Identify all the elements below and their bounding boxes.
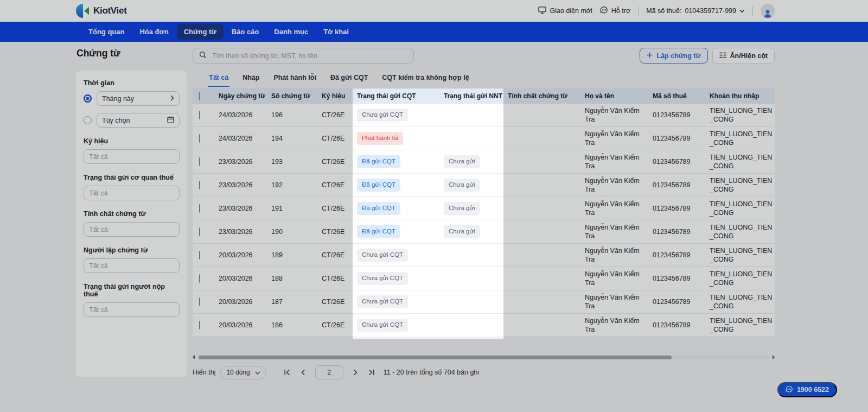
income-cell: TIEN_LUONG_TIEN_CONG	[705, 130, 775, 148]
pagination: Hiển thị 10 dòng 2 11 - 20 trên tổng số …	[193, 365, 775, 379]
create-document-label: Lập chứng từ	[656, 52, 700, 60]
scrollbar-thumb[interactable]	[199, 356, 672, 359]
horizontal-scrollbar[interactable]	[193, 354, 775, 360]
first-page-button[interactable]	[280, 366, 293, 379]
tax-cell: 0123456789	[648, 181, 705, 190]
radio-thang-nay[interactable]	[84, 94, 92, 103]
table-row[interactable]: 20/03/2026188CT/26EChưa gửi CQTNguyễn Vă…	[193, 267, 775, 290]
select-all-checkbox[interactable]	[199, 92, 200, 100]
row-checkbox[interactable]	[199, 111, 200, 119]
filter-label-nguoi-lap-chung-tu: Người lập chứng từ	[84, 246, 180, 254]
nav-item-chung-tu[interactable]: Chứng từ	[177, 24, 224, 40]
income-cell: TIEN_LUONG_TIEN_CONG	[705, 200, 775, 218]
nav-item-hoa-don[interactable]: Hóa đơn	[132, 24, 175, 40]
row-checkbox[interactable]	[199, 321, 200, 329]
column-header-tax[interactable]: Mã số thuế	[648, 92, 705, 100]
last-page-button[interactable]	[365, 366, 378, 379]
table-row[interactable]: 23/03/2026192CT/26EĐã gửi CQTChưa gửiNgu…	[193, 174, 775, 197]
create-document-button[interactable]: Lập chứng từ	[640, 48, 707, 64]
filter-input-nguoi-lap-chung-tu[interactable]	[84, 258, 180, 273]
table-row[interactable]: 20/03/2026186CT/26EChưa gửi CQTNguyễn Vă…	[193, 314, 775, 337]
support-link[interactable]: Hỗ trợ	[600, 6, 630, 16]
next-page-button[interactable]	[349, 366, 362, 379]
row-checkbox-cell	[193, 135, 214, 142]
number-cell: 189	[267, 251, 317, 260]
table-row[interactable]: 24/03/2026196CT/26EChưa gửi CQTNguyễn Vă…	[193, 104, 775, 127]
table-row[interactable]: 24/03/2026194CT/26EPhát hành lỗiNguyễn V…	[193, 127, 775, 150]
time-field-tuy-chon[interactable]: Tùy chọn	[97, 113, 180, 128]
page-size-select[interactable]: 10 dòng	[220, 366, 266, 379]
filter-input-trang-thai-gui-cqt[interactable]	[84, 186, 180, 200]
nnt-status-badge: Chưa gửi	[444, 179, 480, 191]
row-checkbox[interactable]	[199, 157, 200, 166]
new-interface-link[interactable]: Giao diện mới	[538, 6, 592, 16]
symbol-cell: CT/26E	[317, 157, 353, 167]
radio-tuy-chon[interactable]	[84, 116, 92, 124]
filter-input-tinh-chat-chung-tu[interactable]	[84, 222, 180, 237]
column-header-cqt[interactable]: Trạng thái gửi CQT	[353, 92, 439, 100]
column-header-name[interactable]: Họ và tên	[580, 92, 648, 100]
column-header-symbol[interactable]: Ký hiệu	[317, 92, 353, 100]
tab-da-gui-cqt[interactable]: Đã gửi CQT	[329, 72, 369, 87]
tab-cqt-kiem-tra-khong-hop-le[interactable]: CQT kiểm tra không hợp lệ	[381, 72, 470, 87]
row-checkbox[interactable]	[199, 251, 200, 259]
nnt-status-badge: Chưa gửi	[444, 155, 480, 168]
search-box[interactable]	[193, 48, 414, 64]
table-row[interactable]: 23/03/2026193CT/26EĐã gửi CQTChưa gửiNgu…	[193, 150, 775, 174]
row-checkbox-cell	[193, 251, 214, 259]
scrollbar-track[interactable]	[197, 355, 770, 359]
nav-item-to-khai[interactable]: Tờ khai	[316, 24, 356, 40]
number-cell: 192	[267, 181, 317, 190]
table-row[interactable]: 23/03/2026190CT/26EĐã gửi CQTChưa gửiNgu…	[193, 220, 775, 244]
nnt-status-cell: Chưa gửi	[439, 179, 503, 191]
tab-nhap[interactable]: Nháp	[241, 72, 260, 87]
row-checkbox[interactable]	[199, 297, 200, 306]
column-header-number[interactable]: Số chứng từ	[267, 92, 317, 100]
nav-item-danh-muc[interactable]: Danh mục	[267, 24, 315, 40]
income-cell: TIEN_LUONG_TIEN_CONG	[705, 246, 775, 264]
kiotviet-logo[interactable]: KiotViet	[75, 4, 127, 18]
cqt-status-cell: Đã gửi CQT	[353, 225, 439, 238]
previous-page-button[interactable]	[297, 366, 310, 379]
column-header-nnt[interactable]: Trạng thái gửi NNT	[439, 92, 503, 100]
cqt-status-badge: Đã gửi CQT	[357, 155, 400, 168]
current-page-input[interactable]: 2	[315, 365, 343, 379]
column-header-doc-type[interactable]: Tính chất chứng từ	[503, 92, 580, 100]
tab-phat-hanh-loi[interactable]: Phát hành lỗi	[272, 72, 317, 87]
symbol-cell: CT/26E	[317, 297, 353, 307]
tax-code-selector[interactable]: Mã số thuế: 0104359717-999	[646, 7, 745, 15]
nav-item-bao-cao[interactable]: Báo cáo	[225, 24, 266, 40]
kiotviet-logo-icon	[75, 4, 90, 18]
tab-tat-ca[interactable]: Tất cả	[208, 72, 229, 87]
time-field-thang-nay[interactable]: Tháng này	[97, 91, 180, 106]
date-cell: 24/03/2026	[214, 134, 267, 143]
number-cell: 191	[267, 204, 317, 213]
row-checkbox[interactable]	[199, 134, 200, 143]
scroll-left-arrow[interactable]	[193, 355, 195, 359]
cqt-status-cell: Chưa gửi CQT	[353, 272, 439, 284]
table-row[interactable]: 20/03/2026187CT/26EChưa gửi CQTNguyễn Vă…	[193, 290, 775, 314]
row-checkbox[interactable]	[199, 204, 200, 213]
symbol-cell: CT/26E	[317, 227, 353, 237]
number-cell: 194	[267, 134, 317, 143]
brand-name: KiotViet	[93, 5, 127, 16]
row-checkbox[interactable]	[199, 227, 200, 236]
table-row[interactable]: 23/03/2026191CT/26EĐã gửi CQTChưa gửiNgu…	[193, 197, 775, 220]
filter-input-trang-thai-gui-nnt[interactable]	[84, 302, 180, 317]
hotline-chat-button[interactable]: 1900 6522	[777, 382, 837, 397]
scroll-right-arrow[interactable]	[773, 355, 775, 359]
table-row[interactable]: 20/03/2026189CT/26EChưa gửi CQTNguyễn Vă…	[193, 244, 775, 267]
number-cell: 190	[267, 227, 317, 237]
filter-group-nguoi-lap-chung-tu: Người lập chứng từ	[84, 246, 180, 273]
column-header-income[interactable]: Khoản thu nhập	[705, 92, 775, 100]
column-header-date[interactable]: Ngày chứng từ	[214, 92, 267, 100]
avatar[interactable]	[761, 4, 775, 18]
toggle-columns-button[interactable]: Ẩn/Hiện cột	[712, 48, 775, 64]
search-input[interactable]	[212, 52, 407, 60]
row-checkbox[interactable]	[199, 181, 200, 189]
filter-input-ky-hieu[interactable]	[84, 149, 180, 164]
row-checkbox[interactable]	[199, 274, 200, 283]
row-checkbox-cell	[193, 321, 214, 329]
nav-item-tong-quan[interactable]: Tổng quan	[81, 24, 131, 40]
plus-icon	[647, 52, 653, 60]
